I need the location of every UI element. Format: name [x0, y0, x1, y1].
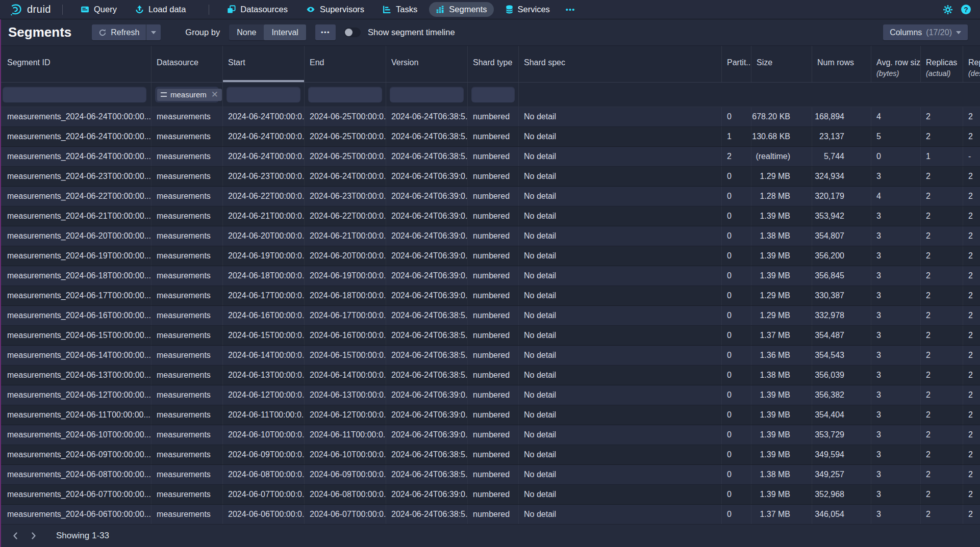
column-header-replication-factor[interactable]: Replication factor(desired) [963, 46, 980, 82]
column-header-size[interactable]: Size [751, 46, 812, 82]
nav-item-load-data[interactable]: Load data [129, 2, 192, 17]
cell-num-rows: 356,845 [812, 266, 871, 285]
table-row[interactable]: measurements_2024-06-14T00:00:00....meas… [0, 346, 980, 366]
druid-logo[interactable]: druid [9, 3, 51, 16]
cell-segment-id: measurements_2024-06-10T00:00:00.... [0, 425, 152, 445]
refresh-button[interactable]: Refresh [92, 24, 146, 40]
nav-item-label: Services [518, 5, 550, 14]
cell-version: 2024-06-24T06:39:0... [386, 226, 468, 246]
filter-input-segment-id[interactable] [3, 87, 146, 102]
prev-page-button[interactable] [7, 528, 23, 544]
cell-shard-spec: No detail [519, 127, 722, 146]
group-by-interval-button[interactable]: Interval [264, 24, 306, 40]
nav-item-supervisors[interactable]: Supervisors [299, 2, 371, 17]
group-by-none-button[interactable]: None [229, 24, 264, 40]
filter-input-version[interactable] [390, 87, 464, 102]
cell-avg-row-size: 3 [871, 206, 921, 226]
table-row[interactable]: measurements_2024-06-21T00:00:00....meas… [0, 206, 980, 226]
column-header-shard-type[interactable]: Shard type [468, 46, 519, 82]
table-row[interactable]: measurements_2024-06-12T00:00:00....meas… [0, 385, 980, 405]
cell-replicas: 2 [921, 187, 963, 206]
cell-replicas: 2 [921, 127, 963, 146]
cell-datasource: measurements [152, 385, 223, 405]
chevron-down-icon [151, 31, 156, 34]
table-row[interactable]: measurements_2024-06-08T00:00:00....meas… [0, 465, 980, 485]
column-header-num-rows[interactable]: Num rows [812, 46, 871, 82]
table-row[interactable]: measurements_2024-06-22T00:00:00....meas… [0, 187, 980, 206]
cell-partit: 2 [722, 147, 751, 166]
column-header-end[interactable]: End [305, 46, 386, 82]
table-row[interactable]: measurements_2024-06-11T00:00:00....meas… [0, 405, 980, 425]
nav-item-segments[interactable]: Segments [429, 2, 493, 17]
column-header-version[interactable]: Version [386, 46, 468, 82]
cell-shard-type: numbered [468, 286, 519, 305]
datasource-filter-input[interactable]: measurem ✕ [155, 87, 219, 102]
cell-segment-id: measurements_2024-06-15T00:00:00.... [0, 326, 152, 345]
druid-logo-icon [9, 3, 22, 16]
table-row[interactable]: measurements_2024-06-15T00:00:00....meas… [0, 326, 980, 346]
column-header-shard-spec[interactable]: Shard spec [519, 46, 722, 82]
cell-start: 2024-06-08T00:00:0... [223, 465, 305, 484]
column-header-datasource[interactable]: Datasource [152, 46, 223, 82]
table-row[interactable]: measurements_2024-06-10T00:00:00....meas… [0, 425, 980, 445]
table-row[interactable]: measurements_2024-06-24T00:00:00....meas… [0, 127, 980, 147]
filter-input-end[interactable] [308, 87, 382, 102]
cell-shard-type: numbered [468, 167, 519, 186]
nav-overflow-icon[interactable]: ••• [562, 3, 580, 16]
cell-start: 2024-06-13T00:00:0... [223, 366, 305, 385]
filter-input-shard-type[interactable] [471, 87, 515, 102]
table-row[interactable]: measurements_2024-06-20T00:00:00....meas… [0, 226, 980, 246]
filter-input-start[interactable] [227, 87, 300, 102]
segment-timeline-toggle[interactable] [344, 28, 361, 37]
cell-avg-row-size: 3 [871, 286, 921, 305]
help-icon[interactable]: ? [961, 5, 971, 14]
column-header-replicas[interactable]: Replicas(actual) [921, 46, 963, 82]
table-row[interactable]: measurements_2024-06-24T00:00:00....meas… [0, 147, 980, 167]
table-row[interactable]: measurements_2024-06-23T00:00:00....meas… [0, 167, 980, 187]
table-row[interactable]: measurements_2024-06-24T00:00:00....meas… [0, 107, 980, 127]
columns-button[interactable]: Columns (17/20) [883, 24, 968, 40]
nav-item-tasks[interactable]: Tasks [376, 2, 424, 17]
next-page-button[interactable] [26, 528, 42, 544]
cell-partit: 0 [722, 425, 751, 445]
cell-replication-factor: 2 [963, 286, 980, 305]
cell-start: 2024-06-07T00:00:0... [223, 485, 305, 504]
more-options-button[interactable]: ••• [315, 24, 336, 40]
cell-version: 2024-06-24T06:39:0... [386, 187, 468, 206]
table-header-row: Segment IDDatasourceStartEndVersionShard… [0, 46, 980, 83]
table-row[interactable]: measurements_2024-06-18T00:00:00....meas… [0, 266, 980, 286]
column-header-partit[interactable]: Partit... [722, 46, 751, 82]
column-header-start[interactable]: Start [223, 46, 305, 82]
table-row[interactable]: measurements_2024-06-13T00:00:00....meas… [0, 366, 980, 385]
column-header-segment-id[interactable]: Segment ID [0, 46, 152, 82]
nav-item-services[interactable]: Services [499, 2, 557, 17]
gear-icon[interactable] [943, 5, 953, 15]
cell-replication-factor: - [963, 147, 980, 166]
cell-size: 1.39 MB [751, 425, 812, 445]
cell-replication-factor: 2 [963, 385, 980, 405]
cell-avg-row-size: 4 [871, 107, 921, 126]
table-row[interactable]: measurements_2024-06-19T00:00:00....meas… [0, 246, 980, 266]
table-row[interactable]: measurements_2024-06-07T00:00:00....meas… [0, 485, 980, 505]
cell-version: 2024-06-24T06:38:5... [386, 127, 468, 146]
column-header-avg-row-size[interactable]: Avg. row size(bytes) [871, 46, 921, 82]
cell-start: 2024-06-24T00:00:0... [223, 127, 305, 146]
refresh-dropdown-button[interactable] [146, 24, 161, 40]
cell-end: 2024-06-23T00:00:0... [305, 187, 386, 206]
cell-end: 2024-06-21T00:00:0... [305, 226, 386, 246]
table-row[interactable]: measurements_2024-06-16T00:00:00....meas… [0, 306, 980, 326]
cell-avg-row-size: 3 [871, 405, 921, 425]
cell-partit: 0 [722, 505, 751, 524]
cell-end: 2024-06-17T00:00:0... [305, 306, 386, 325]
remove-filter-icon[interactable]: ✕ [210, 90, 218, 99]
cell-avg-row-size: 5 [871, 127, 921, 146]
nav-item-datasources[interactable]: Datasources [220, 2, 294, 17]
cell-version: 2024-06-24T06:38:5... [386, 505, 468, 524]
table-row[interactable]: measurements_2024-06-09T00:00:00....meas… [0, 445, 980, 465]
table-row[interactable]: measurements_2024-06-06T00:00:00....meas… [0, 505, 980, 525]
cell-replicas: 2 [921, 385, 963, 405]
cell-version: 2024-06-24T06:38:5... [386, 346, 468, 365]
cell-end: 2024-06-11T00:00:0... [305, 425, 386, 445]
nav-item-query[interactable]: Query [74, 2, 123, 17]
table-row[interactable]: measurements_2024-06-17T00:00:00....meas… [0, 286, 980, 306]
